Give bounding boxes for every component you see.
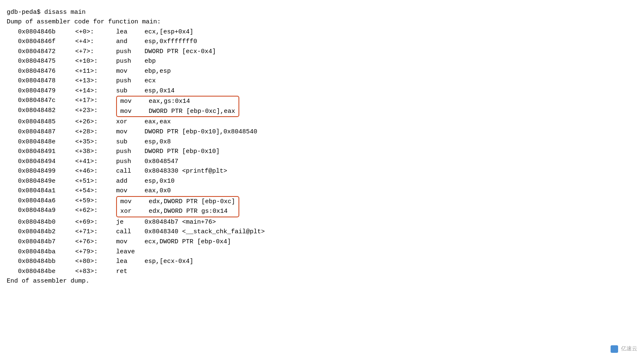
asm-line-box-content: moveax,gs:0x14 (120, 97, 235, 107)
offset-span: <+71>: (71, 227, 105, 237)
sep-span (105, 127, 116, 137)
addr-span: 0x08048485 (7, 117, 71, 127)
asm-line-prefix: 0x08048482 <+23>: (7, 106, 116, 116)
sep-span (105, 206, 116, 216)
asm-line: 0x08048499 <+46>: call0x8048330 <printf@… (7, 166, 637, 176)
addr-span: 0x0804846f (7, 37, 71, 47)
offset-span: <+51>: (71, 176, 105, 186)
asm-line-box-content: movedx,DWORD PTR [ebp-0xc] (120, 197, 235, 207)
mnem-span: mov (116, 237, 145, 247)
ops-span: 0x8048547 (145, 157, 178, 167)
sep-span (105, 166, 116, 176)
offset-span: <+62>: (71, 206, 105, 216)
addr-span: 0x0804846b (7, 27, 71, 37)
watermark-icon (611, 345, 618, 353)
ops-span: ebp,esp (145, 66, 171, 76)
mnem-span: je (116, 217, 145, 227)
ops-span: eax,gs:0x14 (149, 97, 190, 107)
addr-span: 0x0804847c (7, 96, 71, 106)
prompt-line: gdb-peda$ disass main (7, 8, 637, 17)
addr-span: 0x080484be (7, 267, 71, 277)
sep-span (105, 217, 116, 227)
mnem-span: xor (116, 117, 145, 127)
addr-span: 0x08048478 (7, 76, 71, 86)
ops-span: esp,0xfffffff0 (145, 37, 197, 47)
asm-line: 0x08048494 <+41>: push0x8048547 (7, 157, 637, 167)
mnem-span: add (116, 176, 145, 186)
mnem-span: and (116, 37, 145, 47)
mnem-span: call (116, 166, 145, 176)
addr-span: 0x080484b2 (7, 227, 71, 237)
asm-line: 0x08048491 <+38>: pushDWORD PTR [ebp-0x1… (7, 147, 637, 157)
offset-span: <+10>: (71, 56, 105, 66)
mnem-span: ret (116, 267, 145, 277)
addr-span: 0x08048487 (7, 127, 71, 137)
addr-span: 0x08048479 (7, 86, 71, 96)
offset-span: <+0>: (71, 27, 105, 37)
offset-span: <+83>: (71, 267, 105, 277)
mnem-span: sub (116, 137, 145, 147)
box-group-2: 0x080484a6 <+59>: 0x080484a9 <+62>: move… (7, 196, 637, 217)
mnem-span: push (116, 47, 145, 57)
asm-line: 0x080484b7 <+76>: movecx,DWORD PTR [ebp-… (7, 237, 637, 247)
ops-span: ebp (145, 56, 156, 66)
assembly-listing: 0x0804846b <+0>: leaecx,[esp+0x4] 0x0804… (7, 27, 637, 277)
offset-span: <+76>: (71, 237, 105, 247)
mnem-span: push (116, 56, 145, 66)
asm-line: 0x08048476 <+11>: movebp,esp (7, 66, 637, 76)
asm-line: 0x080484be <+83>: ret (7, 267, 637, 277)
code-block: gdb-peda$ disass main Dump of assembler … (7, 4, 637, 289)
ops-span: edx,DWORD PTR gs:0x14 (149, 207, 228, 217)
sep-span (105, 227, 116, 237)
ops-span: esp,[ecx-0x4] (145, 257, 193, 267)
asm-line: 0x0804846f <+4>: andesp,0xfffffff0 (7, 37, 637, 47)
sep-span (105, 76, 116, 86)
addr-span: 0x080484b7 (7, 237, 71, 247)
offset-span: <+80>: (71, 257, 105, 267)
asm-line: 0x08048485 <+26>: xoreax,eax (7, 117, 637, 127)
mnem-span: mov (120, 97, 149, 107)
mnem-span: mov (116, 186, 145, 196)
end-line: End of assembler dump. (7, 276, 637, 286)
offset-span: <+54>: (71, 186, 105, 196)
asm-line-prefix: 0x080484a9 <+62>: (7, 206, 116, 216)
sep-span (105, 47, 116, 57)
offset-span: <+26>: (71, 117, 105, 127)
ops-span: esp,0x8 (145, 137, 171, 147)
sep-span (105, 257, 116, 267)
mnem-span: push (116, 157, 145, 167)
asm-line: 0x0804848e <+35>: subesp,0x8 (7, 137, 637, 147)
sep-span (105, 27, 116, 37)
box-group-1: 0x0804847c <+17>: 0x08048482 <+23>: move… (7, 96, 637, 117)
addr-span: 0x08048476 (7, 66, 71, 76)
mnem-span: lea (116, 257, 145, 267)
ops-span: edx,DWORD PTR [ebp-0xc] (149, 197, 235, 207)
asm-line: 0x080484b0 <+69>: je0x80484b7 <main+76> (7, 217, 637, 227)
ops-span: eax,0x0 (145, 186, 171, 196)
ops-span: DWORD PTR [ecx-0x4] (145, 47, 216, 57)
ops-span: DWORD PTR [ebp-0xc],eax (149, 107, 235, 117)
addr-span: 0x080484bb (7, 257, 71, 267)
mnem-span: push (116, 147, 145, 157)
sep-span (105, 106, 116, 116)
sep-span (105, 86, 116, 96)
addr-span: 0x08048482 (7, 106, 71, 116)
sep-span (105, 66, 116, 76)
mnem-span: xor (120, 207, 149, 217)
ops-span: ecx,DWORD PTR [ebp-0x4] (145, 237, 231, 247)
offset-span: <+4>: (71, 37, 105, 47)
offset-span: <+35>: (71, 137, 105, 147)
ops-span: esp,0x10 (145, 176, 175, 186)
mnem-span: mov (116, 127, 145, 137)
asm-line: 0x08048479 <+14>: subesp,0x14 (7, 86, 637, 96)
sep-span (105, 196, 116, 206)
addr-span: 0x08048472 (7, 47, 71, 57)
addr-span: 0x080484a1 (7, 186, 71, 196)
mnem-span: lea (116, 27, 145, 37)
red-box-2: movedx,DWORD PTR [ebp-0xc]xoredx,DWORD P… (116, 196, 239, 217)
prompt-text: gdb-peda$ disass main (7, 8, 86, 17)
asm-line: 0x0804846b <+0>: leaecx,[esp+0x4] (7, 27, 637, 37)
asm-line: 0x08048472 <+7>: pushDWORD PTR [ecx-0x4] (7, 47, 637, 57)
asm-line-prefix: 0x0804847c <+17>: (7, 96, 116, 106)
addr-span: 0x08048494 (7, 157, 71, 167)
